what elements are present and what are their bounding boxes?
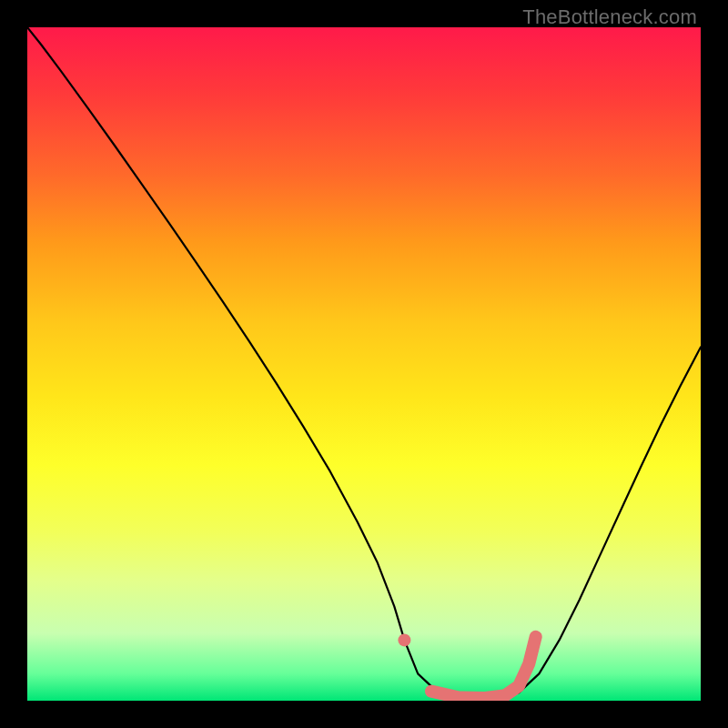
highlight-marker-dot [398, 633, 410, 646]
bottleneck-curve [27, 27, 701, 699]
attribution-text: TheBottleneck.com [522, 5, 697, 29]
chart-frame: TheBottleneck.com [0, 0, 728, 728]
highlight-marker-stroke [431, 637, 536, 698]
chart-overlay [27, 27, 701, 701]
